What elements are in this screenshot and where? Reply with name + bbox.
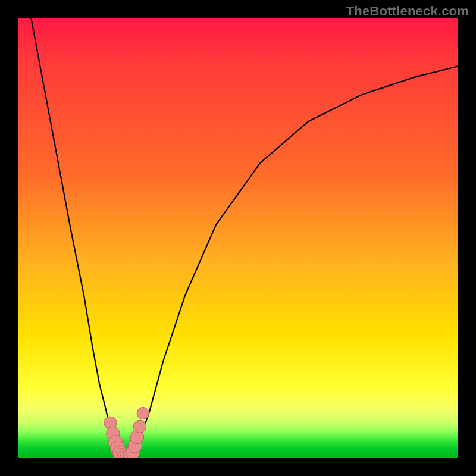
bead-marker — [137, 407, 149, 419]
curve-group — [31, 18, 458, 458]
plot-area — [18, 18, 458, 458]
right-curve — [132, 66, 458, 456]
chart-frame: TheBottleneck.com — [0, 0, 476, 476]
watermark-text: TheBottleneck.com — [346, 4, 469, 19]
bead-marker — [133, 420, 146, 433]
left-curve — [31, 18, 121, 456]
chart-svg — [18, 18, 458, 458]
marker-beads — [104, 407, 149, 458]
